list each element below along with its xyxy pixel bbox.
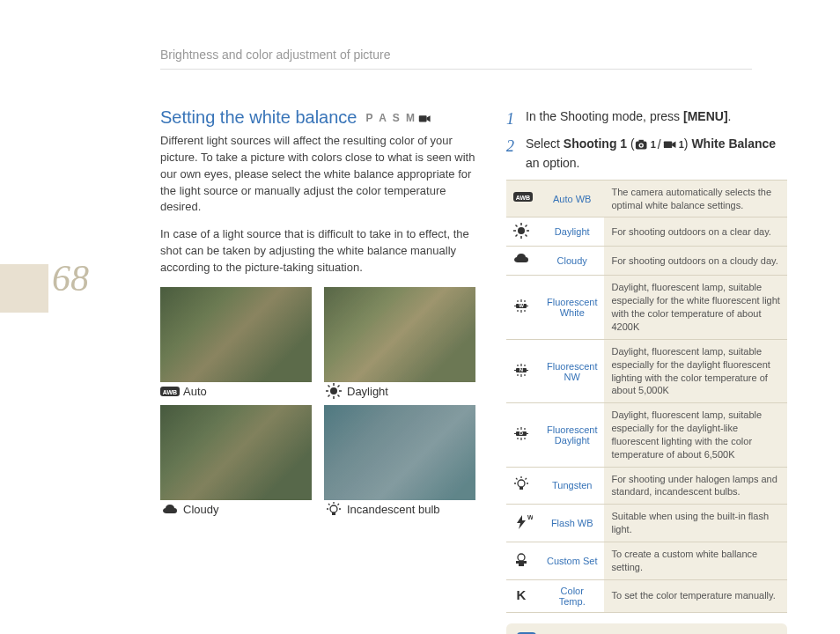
wb-desc: Daylight, fluorescent lamp, suitable esp… — [604, 403, 787, 467]
step-number: 2 — [506, 135, 519, 173]
flash-icon — [506, 505, 540, 542]
intro-para-1: Different light sources will affect the … — [160, 133, 475, 216]
example-text: Daylight — [347, 385, 388, 398]
table-row: TungstenFor shooting under halogen lamps… — [506, 467, 787, 505]
wb-desc: Daylight, fluorescent lamp, suitable esp… — [604, 339, 787, 402]
step-2: 2 Select Shooting 1 (1/1) White Balance … — [506, 135, 787, 173]
wb-desc: To set the color temperature manually. — [604, 579, 787, 612]
example-image — [324, 287, 475, 382]
step-body: Select Shooting 1 (1/1) White Balance an… — [526, 135, 787, 173]
wb-desc: For shooting under halogen lamps and sta… — [604, 467, 787, 505]
example-cloudy: Cloudy — [160, 405, 312, 516]
step-number: 1 — [506, 107, 519, 131]
wb-name: Custom Set — [540, 542, 604, 579]
table-row: DaylightFor shooting outdoors on a clear… — [506, 217, 787, 247]
svg-text:W: W — [519, 303, 524, 308]
page-number: 68 — [48, 257, 89, 299]
example-label: Daylight — [324, 385, 475, 398]
step-1: 1 In the Shooting mode, press [MENU]. — [506, 107, 787, 131]
wb-desc: For shooting outdoors on a cloudy day. — [604, 247, 787, 276]
table-row: WFluorescent WhiteDaylight, fluorescent … — [506, 276, 787, 339]
wb-name: Fluorescent NW — [540, 339, 604, 402]
wb-name: Fluorescent White — [540, 276, 604, 339]
wb-name: Daylight — [540, 217, 604, 247]
section-title: Setting the white balance P A S M — [160, 107, 475, 128]
steps-list: 1 In the Shooting mode, press [MENU]. 2 … — [506, 107, 787, 173]
example-text: Incandescent bulb — [347, 503, 440, 516]
table-row: Custom SetTo create a custom white balla… — [506, 542, 787, 579]
table-row: Color Temp.To set the color temperature … — [506, 579, 787, 612]
table-row: CloudyFor shooting outdoors on a cloudy … — [506, 247, 787, 276]
step-pre: Select — [526, 136, 564, 151]
fl-w-icon: W — [506, 276, 540, 339]
example-daylight: Daylight — [324, 287, 475, 398]
sun-icon — [324, 385, 343, 397]
right-column: 1 In the Shooting mode, press [MENU]. 2 … — [506, 107, 787, 634]
fl-d-icon: D — [506, 403, 540, 467]
svg-text:D: D — [519, 431, 524, 436]
example-auto: Auto — [160, 287, 312, 398]
example-image — [324, 405, 475, 500]
camera-icon — [635, 138, 649, 151]
wb-desc: Daylight, fluorescent lamp, suitable esp… — [604, 276, 787, 339]
wb-name: Fluorescent Daylight — [540, 403, 604, 467]
example-grid: Auto Daylight Cloudy — [160, 287, 475, 516]
example-image — [160, 405, 312, 500]
bulb-icon — [324, 503, 343, 515]
example-image — [160, 287, 312, 382]
step-body: In the Shooting mode, press [MENU]. — [526, 107, 731, 131]
wb-name: Cloudy — [540, 247, 604, 276]
step-pre: In the Shooting mode, press — [526, 109, 683, 123]
inline-icons: 1/1 — [635, 136, 684, 154]
step-mid: ( — [627, 136, 635, 151]
example-text: Auto — [183, 385, 207, 398]
page-number-tab: 68 — [0, 264, 48, 313]
step-bold: [MENU] — [683, 109, 728, 123]
wb-name: Color Temp. — [540, 579, 604, 612]
wb-desc: Suitable when using the built-in flash l… — [604, 505, 787, 542]
mode-letters: P A S M — [366, 112, 417, 124]
video-icon — [663, 138, 677, 151]
step-bold2: White Balance — [691, 136, 776, 151]
example-label: Auto — [160, 385, 312, 398]
video-mode-icon — [418, 113, 432, 123]
awb-icon — [506, 180, 540, 217]
cam-num: 1 — [651, 137, 656, 152]
breadcrumb-text: Brightness and color adjustment of pictu… — [160, 48, 390, 62]
step-post: an option. — [526, 156, 580, 170]
wb-desc: To create a custom white ballance settin… — [604, 542, 787, 579]
note-box: The function can be set directly by pres… — [506, 623, 787, 634]
custom-icon — [506, 542, 540, 579]
fl-n-icon: N — [506, 339, 540, 402]
cloud-icon — [506, 247, 540, 276]
example-label: Incandescent bulb — [324, 503, 475, 516]
bulb-icon — [506, 467, 540, 505]
awb-icon — [160, 385, 180, 397]
example-label: Cloudy — [160, 503, 312, 516]
step-bold: Shooting 1 — [564, 136, 627, 151]
example-text: Cloudy — [183, 503, 218, 516]
table-row: NFluorescent NWDaylight, fluorescent lam… — [506, 339, 787, 402]
wb-name: Auto WB — [540, 180, 604, 217]
table-row: DFluorescent DaylightDaylight, fluoresce… — [506, 403, 787, 467]
svg-text:N: N — [519, 367, 523, 372]
wb-name: Tungsten — [540, 467, 604, 505]
wb-desc: The camera automatically selects the opt… — [604, 180, 787, 217]
wb-name: Flash WB — [540, 505, 604, 542]
k-icon — [506, 579, 540, 612]
step-post: . — [728, 109, 732, 123]
table-row: Flash WBSuitable when using the built-in… — [506, 505, 787, 542]
sun-icon — [506, 217, 540, 247]
intro-para-2: In case of a light source that is diffic… — [160, 226, 475, 276]
breadcrumb: Brightness and color adjustment of pictu… — [160, 48, 752, 70]
left-column: Setting the white balance P A S M Differ… — [160, 107, 475, 634]
mode-badges: P A S M — [366, 112, 433, 124]
wb-table: Auto WBThe camera automatically selects … — [506, 180, 787, 613]
table-row: Auto WBThe camera automatically selects … — [506, 180, 787, 217]
example-incandescent: Incandescent bulb — [324, 405, 475, 516]
wb-desc: For shooting outdoors on a clear day. — [604, 217, 787, 247]
section-title-text: Setting the white balance — [160, 107, 357, 128]
cloud-icon — [160, 503, 180, 515]
